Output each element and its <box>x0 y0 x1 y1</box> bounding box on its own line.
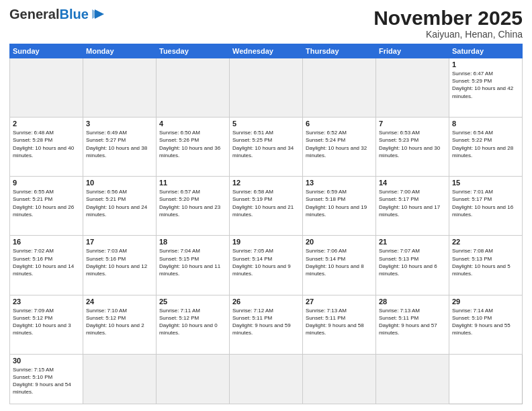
calendar-cell: 13Sunrise: 6:59 AMSunset: 5:18 PMDayligh… <box>303 177 376 236</box>
day-number: 14 <box>379 179 446 187</box>
day-info: Sunrise: 7:09 AMSunset: 5:12 PMDaylight:… <box>13 307 80 337</box>
day-info: Sunrise: 7:00 AMSunset: 5:17 PMDaylight:… <box>379 188 446 218</box>
day-info: Sunrise: 7:13 AMSunset: 5:11 PMDaylight:… <box>306 307 373 337</box>
day-info: Sunrise: 7:11 AMSunset: 5:12 PMDaylight:… <box>159 307 226 337</box>
calendar-cell: 1Sunrise: 6:47 AMSunset: 5:29 PMDaylight… <box>449 58 523 118</box>
logo-blue: Blue <box>59 7 88 22</box>
day-number: 17 <box>86 238 153 246</box>
day-number: 8 <box>452 120 519 128</box>
calendar-cell <box>230 58 303 118</box>
day-number: 21 <box>379 238 446 246</box>
day-info: Sunrise: 6:55 AMSunset: 5:21 PMDaylight:… <box>13 188 80 218</box>
col-saturday: Saturday <box>449 44 523 58</box>
calendar-cell: 28Sunrise: 7:13 AMSunset: 5:11 PMDayligh… <box>376 295 449 354</box>
logo-general: General <box>9 7 59 22</box>
page-title: November 2025 <box>373 7 523 29</box>
day-number: 24 <box>86 298 153 306</box>
calendar-cell: 27Sunrise: 7:13 AMSunset: 5:11 PMDayligh… <box>303 295 376 354</box>
day-info: Sunrise: 6:59 AMSunset: 5:18 PMDaylight:… <box>306 188 373 218</box>
calendar-cell: 21Sunrise: 7:07 AMSunset: 5:13 PMDayligh… <box>376 236 449 295</box>
title-block: November 2025 Kaiyuan, Henan, China <box>373 7 523 40</box>
logo: General Blue <box>9 7 105 22</box>
day-info: Sunrise: 7:12 AMSunset: 5:11 PMDaylight:… <box>232 307 300 337</box>
calendar-cell: 18Sunrise: 7:04 AMSunset: 5:15 PMDayligh… <box>157 236 230 295</box>
day-number: 5 <box>232 120 300 128</box>
calendar-cell: 25Sunrise: 7:11 AMSunset: 5:12 PMDayligh… <box>157 295 230 354</box>
day-info: Sunrise: 6:56 AMSunset: 5:21 PMDaylight:… <box>86 188 153 218</box>
calendar-cell: 7Sunrise: 6:53 AMSunset: 5:23 PMDaylight… <box>376 118 449 177</box>
day-info: Sunrise: 6:52 AMSunset: 5:24 PMDaylight:… <box>306 129 373 159</box>
calendar-cell: 24Sunrise: 7:10 AMSunset: 5:12 PMDayligh… <box>83 295 157 354</box>
day-number: 28 <box>379 298 446 306</box>
calendar-cell <box>157 354 230 404</box>
calendar-cell: 16Sunrise: 7:02 AMSunset: 5:16 PMDayligh… <box>10 236 83 295</box>
day-number: 22 <box>452 238 519 246</box>
calendar-cell: 30Sunrise: 7:15 AMSunset: 5:10 PMDayligh… <box>10 354 83 404</box>
calendar-cell: 6Sunrise: 6:52 AMSunset: 5:24 PMDaylight… <box>303 118 376 177</box>
day-number: 4 <box>159 120 226 128</box>
calendar-cell: 3Sunrise: 6:49 AMSunset: 5:27 PMDaylight… <box>83 118 157 177</box>
day-info: Sunrise: 6:53 AMSunset: 5:23 PMDaylight:… <box>379 129 446 159</box>
page: General Blue November 2025 Kaiyuan, Hena… <box>0 0 532 411</box>
day-number: 12 <box>232 179 300 187</box>
day-number: 26 <box>232 298 300 306</box>
day-info: Sunrise: 6:51 AMSunset: 5:25 PMDaylight:… <box>232 129 300 159</box>
day-info: Sunrise: 6:58 AMSunset: 5:19 PMDaylight:… <box>232 188 300 218</box>
day-info: Sunrise: 7:13 AMSunset: 5:11 PMDaylight:… <box>379 307 446 337</box>
day-number: 6 <box>306 120 373 128</box>
day-info: Sunrise: 6:54 AMSunset: 5:22 PMDaylight:… <box>452 129 519 159</box>
calendar-cell <box>230 354 303 404</box>
day-number: 9 <box>13 179 80 187</box>
calendar-cell <box>376 58 449 118</box>
col-thursday: Thursday <box>303 44 376 58</box>
calendar-cell: 19Sunrise: 7:05 AMSunset: 5:14 PMDayligh… <box>230 236 303 295</box>
calendar-cell: 5Sunrise: 6:51 AMSunset: 5:25 PMDaylight… <box>230 118 303 177</box>
day-info: Sunrise: 7:06 AMSunset: 5:14 PMDaylight:… <box>306 247 373 277</box>
day-number: 7 <box>379 120 446 128</box>
day-number: 18 <box>159 238 226 246</box>
day-info: Sunrise: 6:48 AMSunset: 5:28 PMDaylight:… <box>13 129 80 159</box>
calendar-cell: 17Sunrise: 7:03 AMSunset: 5:16 PMDayligh… <box>83 236 157 295</box>
day-number: 10 <box>86 179 153 187</box>
calendar-table: Sunday Monday Tuesday Wednesday Thursday… <box>9 44 523 404</box>
calendar-cell: 4Sunrise: 6:50 AMSunset: 5:26 PMDaylight… <box>157 118 230 177</box>
day-info: Sunrise: 7:15 AMSunset: 5:10 PMDaylight:… <box>13 366 80 396</box>
calendar-cell <box>10 58 83 118</box>
day-number: 20 <box>306 238 373 246</box>
calendar-cell: 20Sunrise: 7:06 AMSunset: 5:14 PMDayligh… <box>303 236 376 295</box>
day-number: 15 <box>452 179 519 187</box>
day-info: Sunrise: 7:02 AMSunset: 5:16 PMDaylight:… <box>13 247 80 277</box>
calendar-cell: 11Sunrise: 6:57 AMSunset: 5:20 PMDayligh… <box>157 177 230 236</box>
calendar-cell <box>157 58 230 118</box>
calendar-cell: 26Sunrise: 7:12 AMSunset: 5:11 PMDayligh… <box>230 295 303 354</box>
header: General Blue November 2025 Kaiyuan, Hena… <box>9 7 523 40</box>
calendar-header-row: Sunday Monday Tuesday Wednesday Thursday… <box>10 44 523 58</box>
day-number: 25 <box>159 298 226 306</box>
day-number: 30 <box>13 357 80 365</box>
col-monday: Monday <box>83 44 157 58</box>
calendar-cell <box>83 58 157 118</box>
day-info: Sunrise: 7:07 AMSunset: 5:13 PMDaylight:… <box>379 247 446 277</box>
calendar-cell: 14Sunrise: 7:00 AMSunset: 5:17 PMDayligh… <box>376 177 449 236</box>
day-number: 13 <box>306 179 373 187</box>
calendar-cell: 8Sunrise: 6:54 AMSunset: 5:22 PMDaylight… <box>449 118 523 177</box>
day-number: 16 <box>13 238 80 246</box>
col-sunday: Sunday <box>10 44 83 58</box>
day-info: Sunrise: 7:08 AMSunset: 5:13 PMDaylight:… <box>452 247 519 277</box>
day-info: Sunrise: 7:05 AMSunset: 5:14 PMDaylight:… <box>232 247 300 277</box>
day-info: Sunrise: 6:49 AMSunset: 5:27 PMDaylight:… <box>86 129 153 159</box>
calendar-cell <box>376 354 449 404</box>
day-number: 3 <box>86 120 153 128</box>
day-info: Sunrise: 7:14 AMSunset: 5:10 PMDaylight:… <box>452 307 519 337</box>
calendar-cell: 29Sunrise: 7:14 AMSunset: 5:10 PMDayligh… <box>449 295 523 354</box>
calendar-cell: 9Sunrise: 6:55 AMSunset: 5:21 PMDaylight… <box>10 177 83 236</box>
day-info: Sunrise: 7:03 AMSunset: 5:16 PMDaylight:… <box>86 247 153 277</box>
col-friday: Friday <box>376 44 449 58</box>
day-number: 23 <box>13 298 80 306</box>
calendar-cell <box>303 354 376 404</box>
calendar-cell: 15Sunrise: 7:01 AMSunset: 5:17 PMDayligh… <box>449 177 523 236</box>
day-number: 29 <box>452 298 519 306</box>
calendar-cell <box>303 58 376 118</box>
calendar-cell: 10Sunrise: 6:56 AMSunset: 5:21 PMDayligh… <box>83 177 157 236</box>
day-info: Sunrise: 6:47 AMSunset: 5:29 PMDaylight:… <box>452 70 519 100</box>
